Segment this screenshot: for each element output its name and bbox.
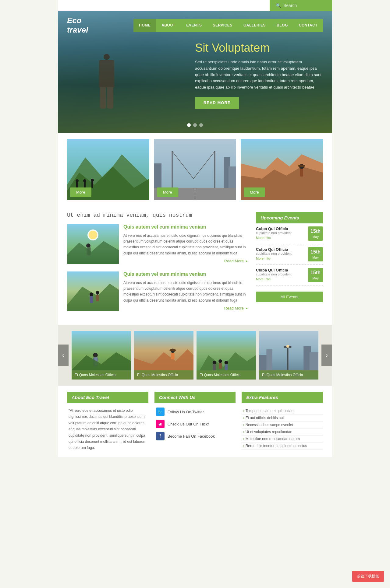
nav-home[interactable]: HOME [133, 19, 156, 32]
feature-card-2: More [154, 139, 236, 200]
events-title: Upcoming Events [256, 212, 323, 223]
card-more-button-3[interactable]: More [244, 187, 265, 197]
hero-dot-1[interactable] [187, 123, 191, 127]
event-more-3[interactable]: More Info› [256, 277, 271, 281]
event-more-2[interactable]: More Info› [256, 257, 271, 260]
gallery-caption-1: Et Quas Molestias Officia [72, 370, 131, 380]
event-info-1: Culpa Qui Officia cupiditate non provide… [256, 226, 305, 240]
blog-thumb-2 [67, 271, 119, 311]
blog-post-2-title: Quis autem vel eum minima veniam [123, 271, 248, 277]
main-nav: HOME ABOUT EVENTS SERVICES GALLERIES BLO… [133, 19, 323, 32]
svg-point-54 [225, 361, 228, 365]
svg-point-6 [83, 179, 86, 182]
twitter-label: Follow Us On Twitter [168, 410, 204, 414]
hero-cta-button[interactable]: READ MORE [195, 97, 239, 109]
twitter-icon: 🐦 [156, 408, 165, 416]
event-more-1[interactable]: More Info› [256, 236, 271, 240]
main-content-section: Ut enim ad minima veniam, quis nostrum [58, 206, 332, 325]
svg-point-34 [90, 292, 93, 296]
gallery-item-4: Et Quas Molestias Officia [259, 331, 318, 380]
feature-card-1: More [67, 139, 149, 200]
search-icon: 🔍 [276, 3, 281, 8]
event-date-1: 15th May [308, 226, 323, 241]
footer-about-widget: About Eco Travel "At vero eos et accusam… [67, 392, 148, 451]
event-info-2: Culpa Qui Officia cupiditate non provide… [256, 247, 305, 261]
gallery-slider: ‹ Et Quas Molestias Officia [58, 325, 332, 386]
svg-rect-5 [84, 182, 86, 188]
event-info-3: Culpa Qui Officia cupiditate non provide… [256, 268, 305, 282]
extra-link-3[interactable]: Necessitatibus saepe eveniet [242, 422, 323, 429]
blog-post-2-read-more[interactable]: Read More [224, 306, 248, 310]
nav-services[interactable]: SERVICES [207, 19, 238, 32]
facebook-icon: f [156, 432, 165, 440]
event-item-1: Culpa Qui Officia cupiditate non provide… [256, 226, 323, 244]
extra-link-1[interactable]: Temporibus autem quibusdam [242, 408, 323, 415]
svg-rect-7 [91, 181, 93, 188]
hero-dot-2[interactable] [193, 123, 197, 127]
extra-link-4[interactable]: Ut et voluptates repudiandae [242, 429, 323, 436]
flickr-link[interactable]: ◉ Check Us Out On Flickr [154, 420, 236, 428]
svg-rect-35 [90, 296, 93, 303]
svg-point-46 [169, 349, 176, 352]
svg-rect-3 [76, 182, 78, 188]
event-item-2: Culpa Qui Officia cupiditate non provide… [256, 247, 323, 265]
svg-point-8 [91, 179, 94, 182]
flickr-label: Check Us Out On Flickr [168, 422, 209, 426]
blog-post-2-body: At vero eos et accusamus et iusto odio d… [123, 280, 248, 303]
svg-rect-37 [96, 295, 99, 301]
facebook-label: Become Fan On Facebook [168, 434, 215, 439]
search-box[interactable]: 🔍 [270, 0, 332, 11]
gallery-caption-4: Et Quas Molestias Officia [259, 370, 318, 380]
gallery-caption-2: Et Quas Molestias Officia [134, 370, 193, 380]
nav-contact[interactable]: CONTACT [293, 19, 323, 32]
hero-dot-3[interactable] [199, 123, 203, 127]
extra-link-2[interactable]: Et aut officiis debitis aut [242, 415, 323, 422]
footer-extra-title: Extra Features [242, 392, 323, 403]
events-sidebar: Upcoming Events Culpa Qui Officia cupidi… [256, 212, 323, 319]
footer-connect-title: Connect With Us [154, 392, 236, 403]
blog-post-2: Quis autem vel eum minima veniam At vero… [67, 271, 248, 311]
nav-events[interactable]: EVENTS [181, 19, 207, 32]
blog-post-1-read-more[interactable]: Read More [224, 259, 248, 263]
card-more-button-2[interactable]: More [157, 187, 178, 197]
extra-links: Temporibus autem quibusdam Et aut offici… [242, 408, 323, 450]
svg-point-63 [286, 345, 289, 348]
blog-post-1-content: Quis autem vel eum minima veniam At vero… [123, 224, 248, 264]
slider-prev-button[interactable]: ‹ [58, 345, 69, 366]
blog-post-1: Quis autem vel eum minima veniam At vero… [67, 224, 248, 264]
svg-rect-61 [287, 346, 289, 370]
hero-content: Sit Voluptatem Sed ut perspiciatis unde … [195, 41, 323, 109]
facebook-link[interactable]: f Become Fan On Facebook [154, 432, 236, 440]
event-desc-2: cupiditate non provident [256, 252, 305, 255]
hero-section: Eco travel HOME ABOUT EVENTS SERVICES GA… [58, 11, 332, 133]
extra-link-6[interactable]: Rerum hic tenetur a sapiente delectus [242, 443, 323, 450]
svg-rect-55 [225, 364, 228, 370]
site-logo[interactable]: Eco travel [67, 16, 88, 35]
slider-next-button[interactable]: › [321, 345, 332, 366]
svg-point-23 [298, 165, 305, 167]
hero-dots [187, 123, 203, 127]
search-input[interactable] [283, 3, 326, 8]
twitter-link[interactable]: 🐦 Follow Us On Twitter [154, 408, 236, 416]
svg-rect-47 [171, 353, 175, 359]
event-desc-1: cupiditate non provident [256, 231, 305, 235]
card-more-button-1[interactable]: More [70, 187, 91, 197]
svg-point-36 [96, 291, 99, 295]
extra-link-5[interactable]: Molestiae non recusandae earum [242, 436, 323, 443]
svg-point-50 [213, 361, 216, 365]
gallery-item-1: Et Quas Molestias Officia [72, 331, 131, 380]
nav-galleries[interactable]: GALLERIES [238, 19, 271, 32]
all-events-button[interactable]: All Events [256, 292, 323, 302]
svg-point-52 [218, 359, 222, 363]
nav-about[interactable]: ABOUT [156, 19, 181, 32]
footer: About Eco Travel "At vero eos et accusam… [58, 386, 332, 457]
nav-blog[interactable]: BLOG [271, 19, 293, 32]
event-desc-3: cupiditate non provident [256, 272, 305, 276]
gallery-item-2: Et Quas Molestias Officia [134, 331, 193, 380]
footer-connect-widget: Connect With Us 🐦 Follow Us On Twitter ◉… [154, 392, 236, 451]
svg-point-28 [86, 243, 90, 248]
footer-grid: About Eco Travel "At vero eos et accusam… [67, 392, 323, 451]
svg-point-4 [76, 179, 79, 182]
gallery-item-3: Et Quas Molestias Officia [197, 331, 256, 380]
event-date-2: 15th May [308, 247, 323, 261]
